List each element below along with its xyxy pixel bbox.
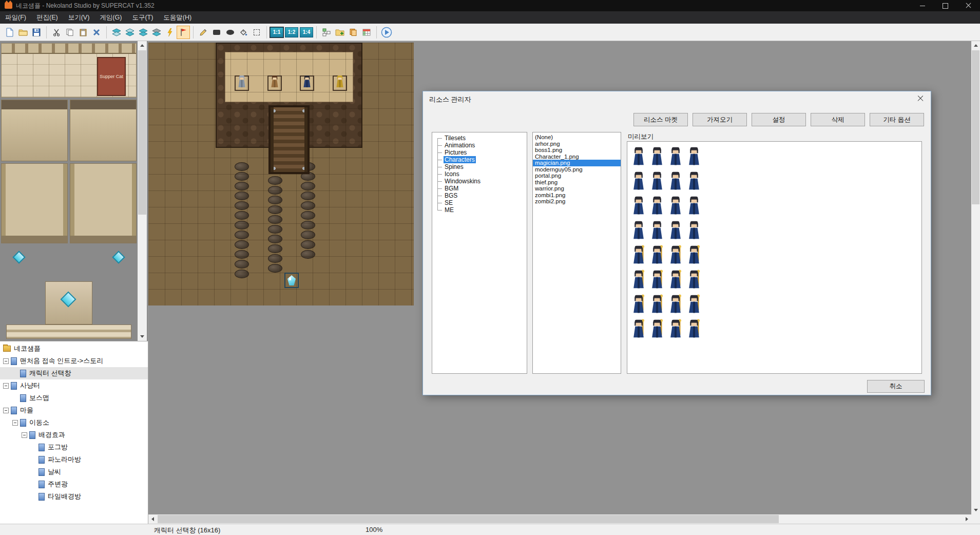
start-flag-icon[interactable] xyxy=(177,26,190,39)
open-folder-icon[interactable] xyxy=(16,26,30,39)
canvas-horizontal-scrollbar[interactable] xyxy=(148,514,971,524)
delete-icon[interactable] xyxy=(90,26,103,39)
tree-expander-icon[interactable] xyxy=(22,432,27,438)
menu-item[interactable]: 게임(G) xyxy=(94,11,127,24)
map-character-event[interactable] xyxy=(267,75,282,91)
layer-2-icon[interactable] xyxy=(123,26,137,39)
other-options-button[interactable]: 기타 옵션 xyxy=(870,113,924,126)
tree-item[interactable]: 네코샘플 xyxy=(0,342,148,355)
title-bar[interactable]: 네코샘플 - Nekoland Studio by SUPERCAT v1.35… xyxy=(0,0,980,11)
category-item-spines[interactable]: Spines xyxy=(432,163,527,170)
rectangle-tool-icon[interactable] xyxy=(210,26,223,39)
maximize-button[interactable] xyxy=(934,0,957,11)
scroll-down-icon[interactable] xyxy=(138,332,146,341)
menu-item[interactable]: 파일(F) xyxy=(0,11,31,24)
file-item[interactable]: zombi2.png xyxy=(533,198,621,205)
tileset-block-tile[interactable] xyxy=(1,100,68,161)
tileset-block-tile[interactable] xyxy=(70,100,137,161)
tileset-gem-tile[interactable] xyxy=(12,251,25,263)
category-item-pictures[interactable]: Pictures xyxy=(432,149,527,156)
file-item[interactable]: arhor.png xyxy=(533,141,621,147)
map-character-event[interactable] xyxy=(300,75,314,91)
menu-item[interactable]: 편집(E) xyxy=(31,11,63,24)
file-item[interactable]: warrior.png xyxy=(533,185,621,192)
tree-item[interactable]: 이동소 xyxy=(0,416,148,429)
file-item[interactable]: modernguy05.png xyxy=(533,166,621,173)
play-button[interactable] xyxy=(380,26,393,39)
tree-item[interactable]: 타일배경방 xyxy=(0,490,148,503)
tree-expander-icon[interactable] xyxy=(3,383,9,389)
map-stairs-door[interactable] xyxy=(268,105,310,174)
file-item[interactable]: zombi1.png xyxy=(533,192,621,199)
map-character-event[interactable] xyxy=(235,75,249,91)
ellipse-tool-icon[interactable] xyxy=(223,26,237,39)
map-character-event[interactable] xyxy=(333,75,347,91)
tree-item[interactable]: 날씨 xyxy=(0,466,148,478)
select-tool-icon[interactable] xyxy=(250,26,263,39)
tileset-scrollbar[interactable] xyxy=(138,41,147,341)
tree-item[interactable]: 포그방 xyxy=(0,441,148,453)
map-tree-icon[interactable] xyxy=(320,26,333,39)
category-item-bgm[interactable]: BGM xyxy=(432,185,527,192)
paste-icon[interactable] xyxy=(76,26,90,39)
category-item-tilesets[interactable]: Tilesets xyxy=(432,135,527,142)
tree-expander-icon[interactable] xyxy=(12,420,18,426)
scrollbar-thumb[interactable] xyxy=(972,50,979,204)
save-icon[interactable] xyxy=(30,26,43,39)
settings-button[interactable]: 설정 xyxy=(752,113,806,126)
tileset-pillar-tile[interactable] xyxy=(1,163,68,243)
tileset-gem-tile[interactable] xyxy=(112,251,125,263)
tileset-palette-panel[interactable]: Supper Cat xyxy=(0,41,148,341)
scroll-down-icon[interactable] xyxy=(971,506,980,514)
tree-item[interactable]: 사냥터 xyxy=(0,379,148,392)
tileset-sign-tile[interactable]: Supper Cat xyxy=(97,57,126,96)
menu-item[interactable]: 도움말(H) xyxy=(158,11,197,24)
file-item[interactable]: (None) xyxy=(533,134,621,141)
tileset-tiles[interactable]: Supper Cat xyxy=(0,41,138,341)
zoom-button-1-2[interactable]: 1:2 xyxy=(285,27,298,37)
import-button[interactable]: 가져오기 xyxy=(693,113,747,126)
tree-expander-icon[interactable] xyxy=(3,408,9,413)
tree-item[interactable]: 캐릭터 선택창 xyxy=(0,367,148,379)
tileset-wall-tiles[interactable]: Supper Cat xyxy=(1,43,137,98)
map-crystal-event[interactable] xyxy=(284,273,299,288)
resource-market-button[interactable]: 리소스 마켓 xyxy=(633,113,688,126)
zoom-button-1-1[interactable]: 1:1 xyxy=(270,27,283,37)
tree-item[interactable]: 주변광 xyxy=(0,478,148,490)
file-item[interactable]: magician.png xyxy=(533,160,621,166)
tree-item[interactable]: 배경효과 xyxy=(0,429,148,441)
file-item[interactable]: thief.png xyxy=(533,179,621,186)
category-item-animations[interactable]: Animations xyxy=(432,142,527,149)
canvas-vertical-scrollbar[interactable] xyxy=(971,41,980,514)
scrollbar-thumb[interactable] xyxy=(138,50,146,215)
scroll-up-icon[interactable] xyxy=(138,41,146,50)
tree-item[interactable]: 파노라마방 xyxy=(0,453,148,466)
category-item-icons[interactable]: Icons xyxy=(432,170,527,178)
category-item-me[interactable]: ME xyxy=(432,206,527,214)
add-folder-icon[interactable] xyxy=(333,26,347,39)
file-item[interactable]: portal.png xyxy=(533,173,621,179)
copy-icon[interactable] xyxy=(63,26,76,39)
duplicate-doc-icon[interactable] xyxy=(347,26,360,39)
layer-3-icon[interactable] xyxy=(137,26,150,39)
scroll-up-icon[interactable] xyxy=(971,41,980,50)
event-lightning-icon[interactable] xyxy=(163,26,177,39)
scroll-right-icon[interactable] xyxy=(963,514,971,524)
dialog-close-icon[interactable] xyxy=(913,93,928,104)
cut-icon[interactable] xyxy=(50,26,63,39)
zoom-button-1-4[interactable]: 1:4 xyxy=(300,27,313,37)
menu-item[interactable]: 보기(V) xyxy=(63,11,95,24)
category-item-characters[interactable]: Characters xyxy=(432,156,527,163)
scrollbar-thumb[interactable] xyxy=(158,515,779,523)
tree-expander-icon[interactable] xyxy=(3,358,9,364)
pencil-tool-icon[interactable] xyxy=(197,26,210,39)
category-item-bgs[interactable]: BGS xyxy=(432,192,527,199)
menu-item[interactable]: 도구(T) xyxy=(127,11,158,24)
file-item[interactable]: boss1.png xyxy=(533,147,621,154)
tree-item[interactable]: 맨처음 접속 인트로->스토리 xyxy=(0,355,148,367)
tileset-pillar-tile[interactable] xyxy=(70,163,137,243)
category-item-se[interactable]: SE xyxy=(432,199,527,206)
database-table-icon[interactable] xyxy=(360,26,373,39)
new-file-icon[interactable] xyxy=(3,26,16,39)
tree-item[interactable]: 마을 xyxy=(0,404,148,416)
